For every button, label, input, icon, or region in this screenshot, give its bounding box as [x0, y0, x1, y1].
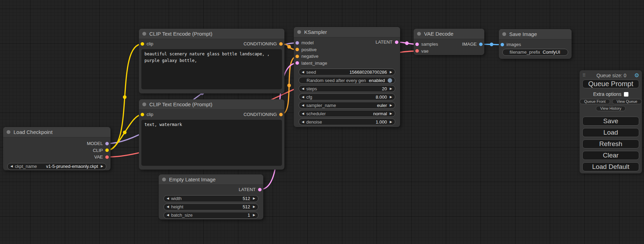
gear-icon[interactable]: ⚙	[634, 73, 639, 78]
widget-label: width	[171, 196, 182, 201]
widget-steps[interactable]: ◀ steps 20 ▶	[299, 85, 395, 92]
toggle-dot-icon[interactable]	[388, 78, 392, 83]
output-port-clip[interactable]	[105, 148, 109, 152]
node-title-bar[interactable]: KSampler	[294, 27, 400, 37]
widget-value: ComfyUI	[542, 49, 560, 55]
widget-ckpt-name[interactable]: ◀ ckpt_name v1-5-pruned-emaonly.ckpt ▶	[7, 163, 106, 170]
increment-arrow-icon[interactable]: ▶	[390, 71, 392, 74]
node-empty-latent-image[interactable]: Empty Latent Image LATENT ◀ width 512 ▶ …	[159, 174, 263, 219]
widget-value: enabled	[369, 78, 385, 83]
input-port-samples[interactable]	[415, 43, 419, 46]
increment-arrow-icon[interactable]: ▶	[390, 87, 392, 90]
node-clip-text-encode-positive[interactable]: CLIP Text Encode (Prompt) clip CONDITION…	[139, 29, 284, 93]
node-title-bar[interactable]: Load Checkpoint	[3, 127, 111, 137]
output-port-conditioning[interactable]	[279, 42, 283, 46]
node-load-checkpoint[interactable]: Load Checkpoint MODEL CLIP VAE ◀ ckpt_na…	[3, 127, 111, 170]
input-port-latent-image[interactable]	[295, 61, 299, 65]
widget-height[interactable]: ◀ height 512 ▶	[164, 204, 258, 210]
output-port-latent[interactable]	[258, 188, 262, 191]
decrement-arrow-icon[interactable]: ◀	[302, 112, 304, 115]
output-port-conditioning[interactable]	[279, 113, 283, 116]
node-ksampler[interactable]: KSampler model positive negative latent_…	[294, 27, 400, 127]
input-label-clip: clip	[147, 112, 153, 117]
output-label-vae: VAE	[94, 154, 103, 160]
negative-prompt-textarea[interactable]: text, watermark	[141, 120, 282, 166]
node-title-bar[interactable]: VAE Decode	[414, 29, 484, 39]
input-port-images[interactable]	[501, 43, 504, 46]
widget-value: 1.000	[376, 119, 387, 125]
node-title-bar[interactable]: Empty Latent Image	[159, 174, 263, 185]
increment-arrow-icon[interactable]: ▶	[253, 197, 255, 200]
widget-label: Random seed after every gen	[307, 78, 366, 83]
widget-filename-prefix[interactable]: filename_prefix ComfyUI	[502, 49, 568, 56]
input-port-clip[interactable]	[141, 42, 144, 46]
increment-arrow-icon[interactable]: ▶	[390, 104, 392, 107]
load-default-button[interactable]: Load Default	[582, 162, 639, 171]
increment-arrow-icon[interactable]: ▶	[390, 96, 392, 99]
output-label-clip: CLIP	[93, 148, 103, 153]
increment-arrow-icon[interactable]: ▶	[253, 205, 255, 208]
clear-button[interactable]: Clear	[582, 151, 639, 160]
node-vae-decode[interactable]: VAE Decode samples IMAGE vae	[414, 29, 484, 55]
collapse-dot-icon[interactable]	[142, 102, 146, 106]
widget-label: steps	[306, 86, 317, 91]
positive-prompt-textarea[interactable]: beautiful scenery nature glass bottle la…	[141, 49, 282, 89]
node-title: CLIP Text Encode (Prompt)	[149, 31, 212, 37]
output-port-latent[interactable]	[395, 40, 398, 44]
refresh-button[interactable]: Refresh	[582, 139, 639, 148]
output-port-model[interactable]	[105, 142, 109, 145]
collapse-dot-icon[interactable]	[297, 30, 301, 34]
collapse-dot-icon[interactable]	[7, 130, 10, 134]
collapse-dot-icon[interactable]	[142, 32, 146, 36]
increment-arrow-icon[interactable]: ▶	[390, 112, 392, 115]
queue-front-button[interactable]: Queue Front	[580, 99, 610, 104]
widget-cfg[interactable]: ◀ cfg 8.000 ▶	[299, 93, 395, 100]
node-title-bar[interactable]: Save Image	[499, 29, 572, 39]
view-history-button[interactable]: View History	[596, 106, 626, 111]
decrement-arrow-icon[interactable]: ◀	[167, 197, 169, 200]
node-clip-text-encode-negative[interactable]: CLIP Text Encode (Prompt) clip CONDITION…	[139, 99, 284, 170]
output-port-image[interactable]	[479, 43, 483, 46]
decrement-arrow-icon[interactable]: ◀	[167, 205, 169, 208]
extra-options-checkbox[interactable]	[624, 92, 628, 97]
drag-handle-icon[interactable]: ⠿	[582, 73, 589, 78]
decrement-arrow-icon[interactable]: ◀	[302, 87, 304, 90]
decrement-arrow-icon[interactable]: ◀	[10, 165, 13, 168]
node-save-image[interactable]: Save Image images filename_prefix ComfyU…	[499, 29, 572, 59]
input-label-images: images	[506, 42, 521, 47]
view-queue-button[interactable]: View Queue	[612, 99, 642, 104]
input-port-clip[interactable]	[141, 113, 144, 116]
increment-arrow-icon[interactable]: ▶	[390, 120, 392, 124]
save-button[interactable]: Save	[582, 117, 639, 126]
queue-prompt-button[interactable]: Queue Prompt	[582, 80, 639, 88]
node-graph-canvas[interactable]: Load Checkpoint MODEL CLIP VAE ◀ ckpt_na…	[0, 0, 644, 244]
output-label-conditioning: CONDITIONING	[244, 112, 277, 117]
widget-width[interactable]: ◀ width 512 ▶	[164, 195, 258, 202]
increment-arrow-icon[interactable]: ▶	[253, 214, 255, 217]
widget-seed[interactable]: ◀ seed 156680208700286 ▶	[299, 69, 395, 75]
widget-scheduler[interactable]: ◀ scheduler normal ▶	[299, 110, 395, 117]
widget-denoise[interactable]: ◀ denoise 1.000 ▶	[299, 118, 395, 125]
decrement-arrow-icon[interactable]: ◀	[167, 214, 169, 217]
input-port-negative[interactable]	[295, 55, 299, 58]
collapse-dot-icon[interactable]	[502, 32, 506, 36]
decrement-arrow-icon[interactable]: ◀	[302, 120, 304, 124]
output-port-vae[interactable]	[105, 155, 109, 159]
decrement-arrow-icon[interactable]: ◀	[302, 71, 304, 74]
node-title-bar[interactable]: CLIP Text Encode (Prompt)	[139, 99, 284, 110]
load-button[interactable]: Load	[582, 128, 639, 137]
input-port-vae[interactable]	[415, 49, 419, 53]
increment-arrow-icon[interactable]: ▶	[101, 165, 103, 168]
input-port-positive[interactable]	[295, 48, 299, 51]
input-label-latent-image: latent_image	[301, 61, 327, 66]
decrement-arrow-icon[interactable]: ◀	[302, 104, 304, 107]
collapse-dot-icon[interactable]	[162, 178, 166, 181]
input-label-vae: vae	[421, 48, 429, 54]
widget-batch-size[interactable]: ◀ batch_size 1 ▶	[164, 212, 258, 219]
node-title: CLIP Text Encode (Prompt)	[149, 101, 212, 107]
widget-random-seed-toggle[interactable]: Random seed after every gen enabled	[299, 77, 395, 84]
node-title-bar[interactable]: CLIP Text Encode (Prompt)	[139, 29, 284, 39]
collapse-dot-icon[interactable]	[417, 32, 421, 36]
widget-sampler-name[interactable]: ◀ sampler_name euler ▶	[299, 102, 395, 109]
decrement-arrow-icon[interactable]: ◀	[302, 96, 304, 99]
